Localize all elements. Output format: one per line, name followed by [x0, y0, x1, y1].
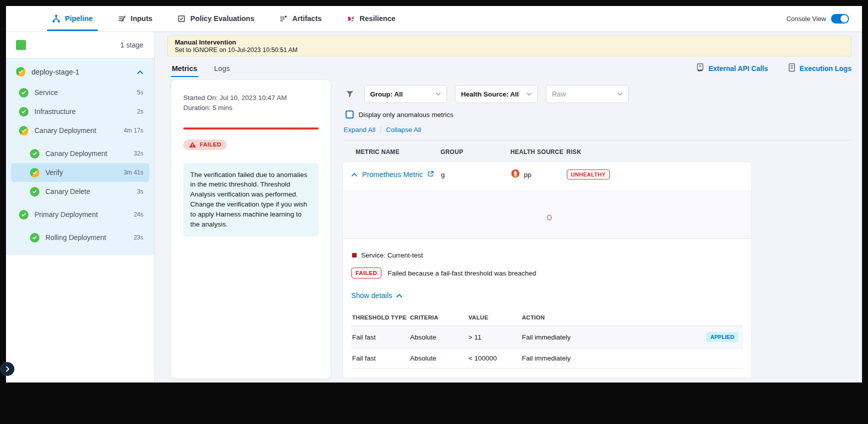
tab-metrics[interactable]: Metrics — [172, 56, 197, 80]
anomalous-point[interactable] — [547, 214, 551, 220]
anomalous-metrics-label: Display only anomalous metrics — [359, 111, 453, 118]
document-icon — [788, 63, 796, 74]
anomalous-metrics-checkbox-row[interactable]: Display only anomalous metrics — [346, 110, 852, 118]
manual-intervention-banner: Manual Intervention Set to IGNORE on 10-… — [167, 36, 852, 56]
chevron-down-icon — [617, 92, 623, 96]
warning-success-icon — [30, 168, 39, 178]
legend-label: Service: Current-test — [361, 252, 423, 259]
fail-reason-text: Failed because a fail-fast threshold was… — [388, 270, 536, 277]
started-on: Started On: Jul 10, 2023 10:47 AM — [183, 93, 319, 103]
divider — [381, 126, 381, 134]
svg-text:API: API — [698, 69, 702, 72]
stage-section: deploy-stage-1 Service 5s Infrastructure — [6, 58, 154, 255]
tab-resilience[interactable]: Resilience — [345, 6, 398, 31]
stage-count: 1 stage — [120, 41, 144, 49]
success-icon — [30, 187, 39, 196]
health-source-value: pp — [524, 171, 531, 178]
col-value: VALUE — [468, 314, 522, 320]
success-icon — [19, 210, 28, 220]
chevron-right-icon — [5, 366, 9, 372]
raw-filter-select[interactable]: Raw — [546, 85, 629, 103]
threshold-row: Fail fast Absolute < 100000 Fail immedia… — [351, 348, 743, 368]
top-navigation: Pipeline Inputs Policy Evaluations Artif… — [6, 6, 862, 32]
chevron-down-icon — [435, 92, 441, 96]
step-primary-deployment[interactable]: Primary Deployment 24s — [6, 205, 154, 224]
tab-resilience-label: Resilience — [360, 14, 396, 22]
filter-funnel-icon[interactable] — [346, 90, 354, 98]
pipeline-icon — [52, 14, 60, 23]
health-source-filter-select[interactable]: Health Source: All — [455, 85, 538, 103]
expand-collapse-row: Expand All Collapse All — [344, 126, 852, 134]
tab-logs[interactable]: Logs — [214, 56, 230, 80]
show-details-toggle[interactable]: Show details — [351, 292, 743, 300]
inputs-icon — [118, 14, 126, 23]
success-icon — [30, 149, 39, 158]
metric-name-link[interactable]: Prometheus Metric — [362, 170, 423, 178]
col-criteria: CRITERIA — [410, 314, 468, 320]
metrics-region: Group: All Health Source: All Raw — [343, 80, 852, 378]
tab-artifacts-label: Artifacts — [292, 14, 322, 22]
main-panel: Manual Intervention Set to IGNORE on 10-… — [155, 32, 862, 382]
sidebar-expand-button[interactable] — [0, 362, 14, 376]
tab-pipeline-label: Pipeline — [65, 14, 93, 22]
col-metric-name: METRIC NAME — [356, 148, 440, 156]
tab-artifacts[interactable]: Artifacts — [277, 6, 324, 31]
external-link-icon[interactable] — [428, 170, 434, 179]
console-view-toggle[interactable] — [831, 14, 849, 24]
step-list: Service 5s Infrastructure 2s Canary Depl… — [6, 83, 154, 247]
banner-title: Manual Intervention — [175, 38, 844, 46]
policy-evaluations-icon — [177, 14, 186, 23]
verification-message: The verification failed due to anomalies… — [183, 163, 319, 237]
step-infrastructure[interactable]: Infrastructure 2s — [6, 102, 154, 121]
success-icon — [19, 107, 28, 116]
step-rolling-deployment[interactable]: Rolling Deployment 23s — [6, 228, 154, 247]
applied-badge: APPLIED — [706, 332, 738, 342]
threshold-row: Fail fast Absolute > 11 Fail immediately… — [351, 326, 743, 348]
success-icon — [19, 88, 28, 98]
duration: Duration: 5 mins — [183, 103, 319, 113]
chart-legend: Service: Current-test — [351, 252, 743, 259]
success-icon — [30, 233, 39, 242]
tab-policy-evaluations-label: Policy Evaluations — [190, 14, 254, 22]
expand-all-link[interactable]: Expand All — [344, 126, 376, 134]
banner-message: Set to IGNORE on 10-Jul-2023 10:50:51 AM — [175, 46, 844, 54]
chevron-down-icon — [526, 92, 532, 96]
stage-success-square-icon — [16, 40, 26, 50]
tab-policy-evaluations[interactable]: Policy Evaluations — [175, 6, 256, 31]
metrics-table-header: METRIC NAME GROUP HEALTH SOURCE RISK — [343, 140, 852, 162]
threshold-table: THRESHOLD TYPE CRITERIA VALUE ACTION Fai… — [351, 310, 743, 368]
stage-summary-row[interactable]: 1 stage — [6, 32, 154, 58]
step-canary-delete[interactable]: Canary Delete 3s — [6, 182, 154, 201]
step-canary-deployment[interactable]: Canary Deployment 32s — [6, 144, 154, 163]
group-filter-select[interactable]: Group: All — [364, 85, 447, 103]
stage-name: deploy-stage-1 — [31, 68, 79, 76]
failed-outline-badge: FAILED — [351, 268, 382, 278]
col-threshold-type: THRESHOLD TYPE — [352, 314, 410, 320]
collapse-metric-chevron-up-icon[interactable] — [351, 172, 358, 177]
step-canary-deployment-group[interactable]: Canary Deployment 4m 17s — [6, 121, 154, 140]
failed-progress-bar — [183, 128, 319, 130]
chevron-up-icon — [396, 292, 403, 300]
toggle-knob — [841, 15, 848, 22]
stage-warning-success-icon — [16, 67, 25, 76]
stage-collapse-chevron-up-icon[interactable] — [137, 68, 143, 76]
fail-reason-row: FAILED Failed because a fail-fast thresh… — [351, 268, 743, 278]
col-risk: RISK — [566, 148, 852, 156]
collapse-all-link[interactable]: Collapse All — [386, 126, 422, 134]
step-verify[interactable]: Verify 3m 41s — [11, 163, 149, 182]
tab-inputs-label: Inputs — [131, 14, 153, 22]
step-service[interactable]: Service 5s — [6, 83, 154, 102]
anomalous-metrics-checkbox[interactable] — [346, 110, 354, 118]
metric-row[interactable]: Prometheus Metric g pp UNHEALTHY — [343, 162, 751, 187]
verification-summary-card: Started On: Jul 10, 2023 10:47 AM Durati… — [171, 80, 331, 378]
filter-row: Group: All Health Source: All Raw — [343, 85, 852, 103]
tab-inputs[interactable]: Inputs — [116, 6, 155, 31]
stage-header-deploy-stage-1[interactable]: deploy-stage-1 — [6, 58, 154, 83]
execution-logs-link[interactable]: Execution Logs — [788, 63, 852, 74]
external-api-calls-link[interactable]: API External API Calls — [696, 63, 768, 74]
api-document-icon: API — [696, 63, 704, 74]
metric-group-value: g — [441, 171, 511, 178]
warning-success-icon — [19, 126, 28, 136]
tab-pipeline[interactable]: Pipeline — [50, 6, 95, 31]
execution-sidebar: 1 stage deploy-stage-1 Service — [6, 32, 155, 382]
